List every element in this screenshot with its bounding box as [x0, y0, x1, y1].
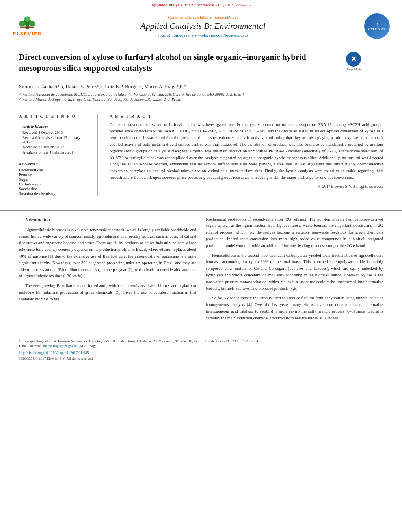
affiliation-a: ᵃ Instituto Nacional de Tecnologia/MCTIC…: [19, 92, 383, 96]
email-person: (M.A. Fraga).: [79, 344, 99, 348]
doi-url[interactable]: http://dx.doi.org/10.1016/j.apcatb.2017.…: [19, 351, 89, 355]
journal-name: Applied Catalysis B: Environmental: [45, 21, 361, 31]
body-para-1: Lignocellulosic biomass is a valuable re…: [19, 227, 196, 280]
email-label: E-mail address:: [19, 344, 41, 348]
keywords-label: Keywords:: [19, 162, 90, 166]
abstract-block: A B S T R A C T One-step conversion of x…: [110, 114, 383, 196]
keyword-2: Pentose: [19, 172, 90, 177]
journal-homepage: journal homepage: www.elsevier.com/locat…: [45, 33, 361, 37]
section1-title: Introduction: [25, 217, 50, 222]
footnote-divider: [19, 337, 98, 337]
journal-title-block: Contents lists available at ScienceDirec…: [45, 15, 361, 37]
keywords-block: Keywords: Hemicellulose Pentose Sugar Ca…: [19, 162, 90, 196]
keyword-6: Sustainable chemistry: [19, 191, 90, 196]
section1-heading: 1. Introduction: [19, 216, 196, 224]
body-para-3: biochemical production of second-generat…: [206, 216, 383, 249]
body-columns: 1. Introduction Lignocellulosic biomass …: [0, 216, 402, 325]
history-label: Article history:: [22, 124, 87, 129]
body-para-4: Hemicellulose is the second-most abundan…: [206, 252, 383, 292]
received-date: Received 4 October 2016: [22, 130, 87, 135]
sciencedirect-label: Contents lists available at ScienceDirec…: [45, 15, 361, 19]
svg-point-3: [29, 21, 35, 26]
journal-header: ELSEVIER Contents lists available at Sci…: [0, 8, 402, 44]
accepted-date: Accepted 31 January 2017: [22, 145, 87, 149]
article-info-grid: A R T I C L E I N F O Article history: R…: [19, 109, 383, 196]
keyword-5: Saccharide: [19, 187, 90, 191]
keyword-4: Carbohydrate: [19, 182, 90, 186]
svg-point-4: [24, 16, 30, 22]
section1-number: 1.: [19, 217, 22, 222]
catalyst-badge-icon: B CATALYSIS: [364, 13, 390, 39]
issn-line: 0926-3373/© 2017 Elsevier B.V. All right…: [0, 356, 402, 363]
email-address[interactable]: marco.fraga@int.gov.br: [43, 344, 77, 348]
elsevier-wordmark: ELSEVIER: [13, 31, 42, 37]
elsevier-logo: ELSEVIER: [9, 14, 45, 38]
article-title: Direct conversion of xylose to furfuryl …: [19, 52, 342, 74]
email-line: E-mail address: marco.fraga@int.gov.br (…: [19, 344, 383, 348]
available-date: Available online 4 February 2017: [22, 150, 87, 154]
crossmark-logo: ✕ CrossMark: [346, 52, 362, 67]
history-block: Article history: Received 4 October 2016…: [19, 122, 90, 158]
article-info-heading: A R T I C L E I N F O: [19, 114, 90, 119]
keyword-1: Hemicellulose: [19, 168, 90, 172]
crossmark-icon: ✕: [346, 52, 361, 67]
revised-date: Received in revised form 13 January 2017: [22, 135, 87, 144]
copyright-line: © 2017 Elsevier B.V. All rights reserved…: [110, 184, 383, 189]
body-col-left: 1. Introduction Lignocellulosic biomass …: [19, 216, 196, 325]
body-para-2: The ever-growing Brazilian demand for et…: [19, 283, 196, 302]
journal-reference-text: Applied Catalysis B: Environmental 217 (…: [151, 2, 251, 7]
doi-line[interactable]: http://dx.doi.org/10.1016/j.apcatb.2017.…: [0, 349, 402, 356]
abstract-text: One-step conversion of xylose to furfury…: [110, 122, 383, 181]
body-para-5: So far, xylose is mostly industrially us…: [206, 295, 383, 321]
authors-line: Simone J. Canhaciᵃ,b, Rafael F. Perezᵃ,b…: [19, 83, 383, 90]
affiliation-b: ᵇ Instituto Militar de Engenharia, Praça…: [19, 97, 383, 102]
section-divider: [0, 210, 402, 211]
footnote-area: * Corresponding author at: Instituto Nac…: [0, 333, 402, 349]
svg-point-2: [19, 21, 26, 26]
keyword-3: Sugar: [19, 177, 90, 182]
sciencedirect-link[interactable]: ScienceDirect: [214, 15, 238, 19]
journal-reference-bar: Applied Catalysis B: Environmental 217 (…: [0, 0, 402, 8]
journal-homepage-url[interactable]: www.elsevier.com/locate/apcatb: [192, 33, 248, 37]
svg-rect-5: [20, 27, 34, 28]
article-container: Direct conversion of xylose to furfuryl …: [0, 44, 402, 203]
article-info-left: A R T I C L E I N F O Article history: R…: [19, 114, 98, 196]
body-col-right: biochemical production of second-generat…: [206, 216, 383, 325]
catalyst-logo: B CATALYSIS: [361, 12, 393, 40]
abstract-heading: A B S T R A C T: [110, 114, 383, 119]
elsevier-tree-icon: [15, 15, 39, 30]
corresponding-author: * Corresponding author at: Instituto Nac…: [19, 339, 383, 343]
